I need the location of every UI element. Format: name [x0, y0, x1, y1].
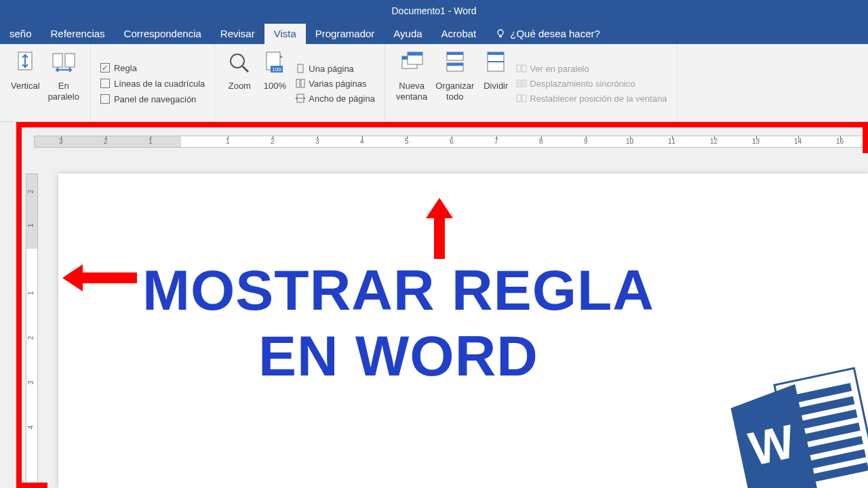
page-width-icon	[295, 93, 306, 104]
magnifier-icon	[226, 49, 253, 79]
tell-me-search[interactable]: ¿Qué desea hacer?	[486, 24, 610, 44]
page-width-label: Ancho de página	[309, 94, 375, 104]
split-icon	[482, 49, 509, 79]
tab-ayuda[interactable]: Ayuda	[384, 24, 431, 44]
tell-me-label: ¿Qué desea hacer?	[510, 28, 600, 39]
title-line2: EN WORD	[142, 323, 654, 389]
svg-rect-17	[447, 52, 463, 55]
side-by-side-view-button[interactable]: En paralelo	[44, 48, 83, 119]
svg-point-4	[231, 54, 244, 68]
view-side-label: Ver en paralelo	[530, 64, 589, 74]
svg-rect-26	[517, 95, 521, 102]
paralelo-label: En paralelo	[48, 81, 79, 102]
new-window-icon	[398, 49, 425, 79]
arrow-left-icon	[62, 264, 137, 291]
title-line1: MOSTRAR REGLA	[142, 258, 654, 323]
svg-rect-2	[53, 54, 62, 67]
svg-rect-19	[447, 63, 463, 66]
gridlines-checkbox[interactable]: Líneas de la cuadrícula	[100, 79, 205, 89]
svg-text:100: 100	[273, 66, 282, 73]
vertical-page-icon	[12, 49, 39, 79]
split-label: Dividir	[484, 81, 508, 92]
split-button[interactable]: Dividir	[478, 48, 513, 119]
new-window-button[interactable]: Nueva ventana	[392, 48, 431, 119]
sync-scroll-button: Desplazamiento sincrónico	[516, 78, 667, 89]
tab-referencias[interactable]: Referencias	[41, 24, 115, 44]
tab-diseno[interactable]: seño	[0, 24, 41, 44]
page-width-button[interactable]: Ancho de página	[295, 93, 375, 104]
sync-scroll-icon	[516, 78, 527, 89]
tab-vista[interactable]: Vista	[264, 24, 306, 44]
tab-programador[interactable]: Programador	[306, 24, 384, 44]
vertical-label: Vertical	[11, 81, 40, 92]
ruler-label: Regla	[114, 63, 137, 73]
group-show: ✓ Regla Líneas de la cuadrícula Panel de…	[91, 44, 215, 121]
tab-acrobat[interactable]: Acrobat	[432, 24, 486, 44]
svg-rect-8	[298, 64, 303, 73]
arrange-all-label: Organizar todo	[435, 81, 474, 102]
group-window: Nueva ventana Organizar todo Dividir Ver…	[385, 44, 677, 121]
vertical-view-button[interactable]: Vertical	[7, 48, 44, 119]
arrow-up-icon	[426, 198, 453, 259]
checkbox-icon	[100, 79, 110, 88]
svg-point-0	[498, 30, 503, 35]
page-100-icon: 100	[261, 49, 288, 79]
group-views: Vertical En paralelo	[0, 44, 91, 121]
zoom-100-label: 100%	[264, 81, 286, 92]
reset-position-button: Restablecer posición de la ventana	[516, 93, 667, 104]
svg-rect-21	[488, 52, 504, 55]
tab-revisar[interactable]: Revisar	[211, 24, 264, 44]
svg-rect-22	[517, 65, 521, 72]
svg-rect-3	[65, 54, 75, 67]
ribbon: Vertical En paralelo ✓ Regla Líneas de l…	[0, 44, 868, 122]
navigation-pane-checkbox[interactable]: Panel de navegación	[100, 94, 205, 104]
multi-page-label: Varias páginas	[309, 79, 366, 89]
reset-position-label: Restablecer posición de la ventana	[530, 94, 667, 104]
svg-rect-23	[522, 65, 526, 72]
zoom-label: Zoom	[229, 81, 251, 92]
side-by-side-small-icon	[516, 63, 527, 74]
sync-scroll-label: Desplazamiento sincrónico	[530, 79, 635, 89]
lightbulb-icon	[495, 28, 506, 39]
one-page-label: Una página	[309, 64, 354, 74]
tutorial-title: MOSTRAR REGLA EN WORD	[142, 258, 654, 388]
reset-position-icon	[516, 93, 527, 104]
multi-page-icon	[295, 78, 306, 89]
gridlines-label: Líneas de la cuadrícula	[114, 79, 205, 89]
checkbox-icon	[100, 94, 110, 104]
title-bar: Documento1 - Word	[0, 0, 868, 22]
view-side-by-side-button: Ver en paralelo	[516, 63, 667, 74]
navigation-label: Panel de navegación	[114, 94, 196, 104]
document-title: Documento1 - Word	[391, 5, 476, 16]
multi-page-button[interactable]: Varias páginas	[295, 78, 375, 89]
arrange-all-button[interactable]: Organizar todo	[431, 48, 478, 119]
one-page-button[interactable]: Una página	[295, 63, 375, 74]
one-page-icon	[295, 63, 306, 74]
zoom-button[interactable]: Zoom	[222, 48, 257, 119]
svg-rect-9	[296, 79, 300, 87]
checkbox-checked-icon: ✓	[100, 63, 110, 73]
zoom-100-button[interactable]: 100 100%	[257, 48, 292, 119]
group-zoom: Zoom 100 100% Una página Varias páginas …	[215, 44, 385, 121]
svg-rect-15	[408, 52, 422, 56]
svg-rect-10	[301, 79, 304, 87]
svg-rect-27	[522, 95, 526, 102]
ruler-checkbox[interactable]: ✓ Regla	[100, 63, 205, 73]
document-area: 3 2 1 1 2 3 4 5 6 7 8 9 10 11 12 13 14 1…	[0, 122, 868, 488]
arrange-all-icon	[441, 49, 469, 79]
tab-correspondencia[interactable]: Correspondencia	[115, 24, 211, 44]
ribbon-tabs: seño Referencias Correspondencia Revisar…	[0, 22, 868, 44]
side-by-side-icon	[50, 49, 77, 79]
new-window-label: Nueva ventana	[396, 81, 427, 102]
